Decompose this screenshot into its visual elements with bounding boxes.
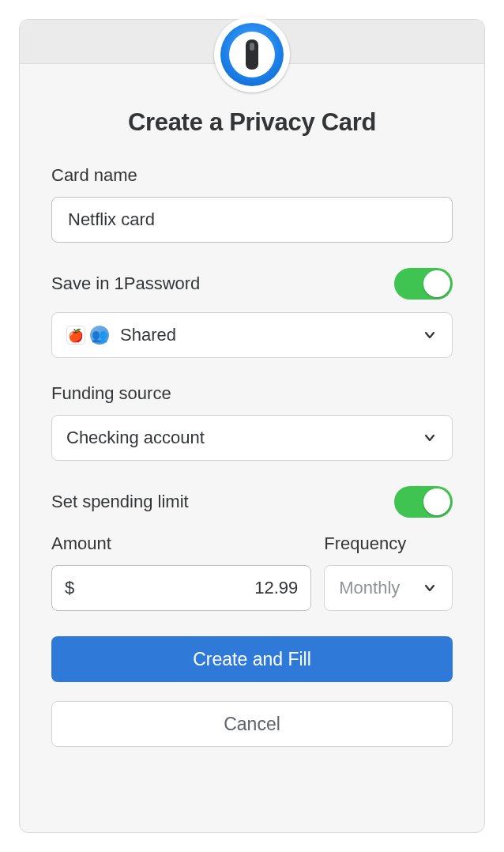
vault-shared-icon: 👥 [90, 326, 109, 345]
chevron-down-icon [422, 430, 438, 446]
spending-limit-row: Set spending limit [51, 486, 453, 518]
frequency-select[interactable]: Monthly [324, 565, 453, 611]
funding-source-label: Funding source [51, 383, 453, 404]
amount-input-wrap[interactable]: $ [51, 565, 311, 611]
vault-account-icon: 🍎 [66, 326, 85, 345]
card-name-label: Card name [51, 165, 453, 186]
funding-source-select[interactable]: Checking account [51, 415, 453, 461]
spending-limit-toggle[interactable] [394, 486, 453, 518]
currency-symbol: $ [65, 578, 74, 598]
privacy-card-panel: Create a Privacy Card Card name Save in … [19, 19, 485, 833]
1password-logo-icon [220, 23, 284, 86]
spending-limit-label: Set spending limit [51, 492, 189, 512]
chevron-down-icon [422, 580, 438, 596]
chevron-down-icon [422, 327, 438, 343]
save-in-1password-toggle[interactable] [394, 268, 453, 300]
frequency-value: Monthly [339, 578, 422, 598]
funding-source-field: Funding source Checking account [51, 383, 453, 461]
limit-details: Amount $ Frequency Monthly [51, 533, 453, 611]
card-name-input[interactable] [51, 197, 453, 243]
amount-label: Amount [51, 533, 311, 554]
app-logo [214, 17, 290, 92]
vault-select[interactable]: 🍎 👥 Shared [51, 312, 453, 358]
vault-select-value: Shared [120, 325, 422, 345]
page-title: Create a Privacy Card [51, 108, 453, 137]
cancel-button[interactable]: Cancel [51, 701, 453, 747]
amount-field: Amount $ [51, 533, 311, 611]
frequency-field: Frequency Monthly [324, 533, 453, 611]
create-and-fill-button[interactable]: Create and Fill [51, 636, 453, 682]
funding-source-value: Checking account [66, 428, 422, 448]
card-name-field: Card name [51, 165, 453, 243]
vault-field: 🍎 👥 Shared [51, 312, 453, 358]
amount-input[interactable] [81, 578, 298, 598]
save-in-1password-label: Save in 1Password [51, 273, 200, 294]
save-in-1password-row: Save in 1Password [51, 268, 453, 300]
frequency-label: Frequency [324, 533, 453, 554]
